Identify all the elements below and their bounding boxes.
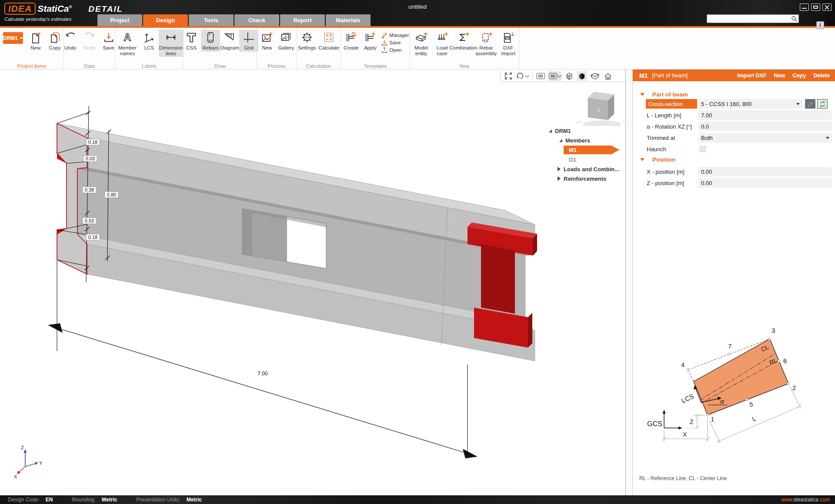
trimmed-at-dropdown[interactable]: Both: [698, 133, 832, 143]
maximize-button[interactable]: [811, 3, 820, 11]
view-2d-button[interactable]: 2D: [536, 71, 545, 81]
apply-template-button[interactable]: Apply: [361, 30, 380, 52]
ribbon-tabs: Project Design Tools Check Report Materi…: [97, 14, 371, 26]
expander-closed-icon[interactable]: [558, 176, 561, 181]
label: CSS: [186, 45, 197, 51]
upload-icon: [381, 47, 387, 53]
rebars-button[interactable]: Rebars: [201, 30, 220, 52]
template-manager-button[interactable]: Manager: [381, 32, 409, 38]
new-button[interactable]: New: [774, 73, 785, 79]
tab-project[interactable]: Project: [97, 14, 142, 26]
close-button[interactable]: [822, 3, 832, 11]
cross-section-label[interactable]: Cross-section: [646, 99, 697, 109]
load-case-button[interactable]: Load case: [432, 30, 452, 57]
calculate-button[interactable]: +×÷= Calculate: [317, 30, 341, 52]
length-label: L - Length [m]: [646, 110, 697, 120]
pencil-icon: [381, 32, 387, 38]
template-open-button[interactable]: Open: [381, 47, 409, 53]
solid-view-button[interactable]: [577, 71, 587, 81]
trimmed-at-label: Trimmed at: [646, 133, 697, 143]
navigation-cube[interactable]: -x: [577, 92, 625, 128]
tab-materials[interactable]: Materials: [326, 14, 371, 26]
clip-view-button[interactable]: [590, 71, 600, 81]
search-icon[interactable]: [790, 16, 798, 22]
expander-open-icon[interactable]: [549, 129, 552, 133]
collapse-triangle-icon[interactable]: [640, 158, 645, 161]
cross-section-dropdown[interactable]: 5 - CCSS I 160, 800: [698, 99, 802, 109]
fit-view-button[interactable]: [504, 71, 513, 81]
create-template-button[interactable]: Create: [341, 30, 361, 52]
search-input[interactable]: [707, 16, 790, 22]
new-picture-button[interactable]: New: [257, 30, 277, 52]
tab-check[interactable]: Check: [234, 14, 279, 26]
collapse-triangle-icon[interactable]: [640, 93, 645, 96]
wireframe-view-button[interactable]: [564, 71, 574, 81]
model-entity-button[interactable]: Model entity: [410, 30, 432, 57]
minimize-button[interactable]: [800, 3, 809, 11]
rotation-input[interactable]: 0.0: [698, 122, 832, 131]
svg-text:3: 3: [772, 327, 775, 334]
haunch-checkbox[interactable]: [700, 146, 706, 152]
diagram-button[interactable]: Diagram: [220, 30, 239, 52]
combination-button[interactable]: Combination: [452, 30, 475, 52]
rotate-icon: [516, 72, 525, 80]
import-dxf-button[interactable]: Import DXF: [737, 73, 766, 79]
home-view-button[interactable]: [603, 71, 613, 81]
tree-item-reinforcements[interactable]: Reinforcements: [546, 174, 625, 183]
section-position[interactable]: Position: [640, 156, 675, 163]
info-button[interactable]: i: [816, 21, 824, 29]
x-position-input[interactable]: 0.00: [698, 167, 832, 176]
grid-button[interactable]: Grid: [239, 30, 258, 52]
tree-item-members[interactable]: Members: [546, 136, 625, 145]
tab-design[interactable]: Design: [143, 14, 188, 26]
tree-item-m1[interactable]: M1: [546, 145, 625, 155]
units-value[interactable]: Metric: [187, 497, 202, 503]
dxf-import-button[interactable]: DXF DXF Import: [498, 30, 519, 57]
design-code-value[interactable]: EN: [46, 497, 53, 503]
member-names-button[interactable]: A Member names: [115, 30, 140, 57]
svg-text:-x: -x: [597, 108, 600, 113]
expander-closed-icon[interactable]: [558, 167, 561, 171]
section-title: Position: [652, 156, 675, 163]
new-project-item-button[interactable]: New: [26, 30, 45, 52]
model-viewport[interactable]: 0.18 0.03 0.38 0.80 0.03 0.18 7: [0, 70, 625, 495]
tree-item-o1[interactable]: O1: [546, 155, 625, 164]
redo-button[interactable]: Redo: [80, 30, 99, 52]
tab-report[interactable]: Report: [280, 14, 325, 26]
website-link[interactable]: www.ideastatica.com: [781, 497, 830, 503]
axis-triad: Z Y X: [14, 445, 43, 479]
delete-button[interactable]: Delete: [813, 73, 830, 79]
tree-item-loads[interactable]: Loads and Combin...: [546, 164, 625, 174]
undo-button[interactable]: Undo: [61, 30, 80, 52]
expander-open-icon[interactable]: [559, 139, 562, 142]
label: Dimension lines: [159, 45, 183, 56]
gallery-button[interactable]: Gallery: [277, 30, 296, 52]
axes-icon: [142, 30, 157, 44]
length-input[interactable]: 7.00: [698, 110, 832, 120]
template-save-button[interactable]: Save: [381, 40, 409, 46]
tree-item-drm1[interactable]: DRM1: [546, 126, 625, 136]
view-3d-button[interactable]: 3D: [548, 71, 562, 81]
tagline: Calculate yesterday's estimates: [4, 17, 71, 22]
swap-cross-section-button[interactable]: [817, 99, 828, 109]
search-box[interactable]: [707, 14, 799, 23]
template-search-icon: [344, 30, 358, 44]
app-logo: IDEA StatiCa® DETAIL: [4, 3, 123, 15]
edit-cross-section-button[interactable]: [805, 99, 815, 109]
rounding-value[interactable]: Metric: [102, 497, 117, 503]
rebar-assembly-button[interactable]: Rebar assembly: [475, 30, 498, 57]
label: Member names: [117, 45, 138, 56]
section-part-of-beam[interactable]: Part of beam: [640, 91, 688, 98]
settings-button[interactable]: </> Settings: [297, 30, 317, 52]
lcs-button[interactable]: LCS: [140, 30, 159, 52]
dimension-lines-button[interactable]: Dimension lines: [159, 30, 183, 57]
project-item-selector[interactable]: DRM1: [3, 32, 23, 44]
label: Create: [344, 45, 359, 51]
css-button[interactable]: CSS: [182, 30, 201, 52]
rotate-view-button[interactable]: [516, 71, 529, 81]
section-title: Part of beam: [652, 91, 688, 98]
tab-tools[interactable]: Tools: [189, 14, 234, 26]
panel-divider[interactable]: [625, 70, 633, 495]
copy-button[interactable]: Copy: [792, 73, 806, 79]
z-position-input[interactable]: 0.00: [698, 178, 832, 188]
